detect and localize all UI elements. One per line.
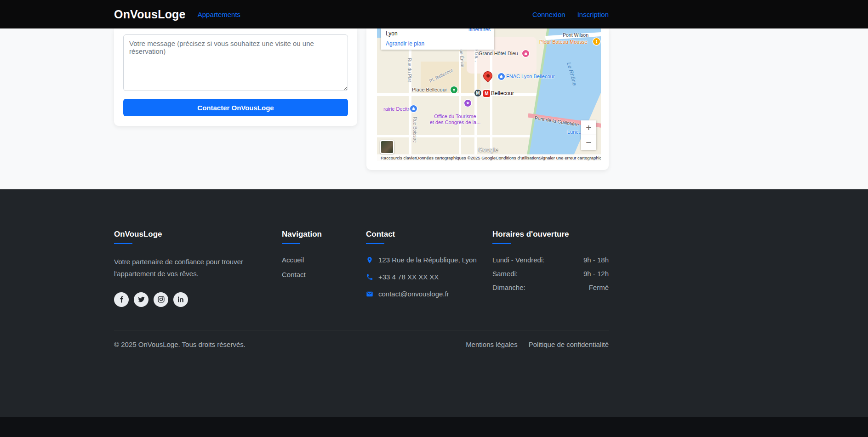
hours-label: Lundi - Vendredi: [492,256,544,264]
map-satellite-thumbnail[interactable] [380,140,394,154]
footer-copyright: © 2025 OnVousLoge. Tous droits réservés. [114,341,246,348]
footer-underline [366,243,384,244]
metro-m-red-icon[interactable]: M [483,90,490,97]
lock-icon[interactable] [410,105,417,112]
footer-hours-title: Horaires d'ouverture [492,230,609,239]
map-label-office-line2: et des Congrès de la... [418,119,492,125]
map-card: Rue du Plat Rue Boissac Pl. Bellecour Ru… [366,28,609,170]
map-info-card: Lyon Agrandir le plan Itinéraires [381,28,494,50]
footer-link-mentions-legales[interactable]: Mentions légales [466,341,518,348]
footer-brand-column: OnVousLoge Votre partenaire de confiance… [114,230,282,307]
footer-link-contact[interactable]: Contact [282,271,366,278]
map-label-office-line1: Office du Tourisme [418,114,492,119]
social-twitter-button[interactable] [134,292,148,307]
hours-value: Fermé [589,284,609,291]
map-label-bellecour-station[interactable]: Bellecour [491,90,514,96]
footer-underline [492,243,511,244]
navbar: OnVousLoge Appartements Connexion Inscri… [0,0,868,28]
footer-phone: +33 4 78 XX XX XX [378,273,439,281]
keyboard-shortcuts-link[interactable]: Raccourcis clavier [381,155,416,160]
social-linkedin-button[interactable] [173,292,188,307]
star-icon: ★ [466,101,469,105]
footer-address-row: 123 Rue de la République, Lyon [366,256,492,264]
message-textarea[interactable] [123,34,348,91]
hours-label: Dimanche: [492,284,525,291]
map-label-fnac[interactable]: FNAC Lyon Bellecour [506,74,554,79]
map-zoom-control: + − [581,120,596,150]
hours-row: Lundi - Vendredi: 9h - 18h [492,256,609,264]
navbar-brand[interactable]: OnVousLoge [114,8,186,21]
footer-underline [114,243,132,244]
linkedin-icon [177,295,185,303]
report-error-link[interactable]: Signaler une erreur cartographique [539,155,601,160]
twitter-icon [137,295,145,303]
footer-email: contact@onvousloge.fr [378,290,449,298]
map-label-pont-wilson: Pont Wilson [563,32,588,38]
instagram-icon [157,295,165,303]
footer-navigation-title: Navigation [282,230,366,239]
phone-icon [366,273,373,281]
hours-label: Samedi: [492,270,518,278]
zoom-in-button[interactable]: + [581,120,596,135]
footer-address: 123 Rue de la République, Lyon [378,256,477,264]
footer-navigation-column: Navigation Accueil Contact [282,230,366,307]
map-label-office-tourisme[interactable]: Office du Tourisme et des Congrès de la.… [418,114,492,125]
content-container: Contacter OnVousLoge Rue du Plat [114,28,609,189]
metro-m-icon[interactable]: M [474,90,481,96]
footer-description: Votre partenaire de confiance pour trouv… [114,256,273,280]
map-marker-dot [485,74,490,78]
map-data-text: Données cartographiques ©2025 Google [416,155,496,160]
google-logo: Google [478,146,498,153]
main-content: Contacter OnVousLoge Rue du Plat [0,28,868,189]
map-label-grand-hotel-dieu[interactable]: Grand Hôtel-Dieu [479,51,518,56]
nav-link-appartements[interactable]: Appartements [198,11,240,18]
nav-link-inscription[interactable]: Inscription [577,11,609,18]
hours-value: 9h - 12h [583,270,609,278]
hours-row: Samedi: 9h - 12h [492,270,609,278]
map-attribution-bar: Raccourcis clavier Données cartographiqu… [377,154,601,161]
zoom-out-button[interactable]: − [581,135,596,150]
map-street-rue-du-plat: Rue du Plat [407,58,412,82]
hours-row: Dimanche: Fermé [492,284,609,291]
nav-link-connexion[interactable]: Connexion [532,11,565,18]
map-label-plouf-bateau-mousse[interactable]: Plouf Bateau Mousse [539,39,588,45]
terms-link[interactable]: Conditions d'utilisation [496,155,539,160]
facebook-icon [118,295,126,303]
bottom-strip [0,417,868,437]
footer-link-politique-confidentialite[interactable]: Politique de confidentialité [529,341,609,348]
footer-phone-row: +33 4 78 XX XX XX [366,273,492,281]
google-map[interactable]: Rue du Plat Rue Boissac Pl. Bellecour Ru… [377,28,601,161]
person-icon[interactable] [593,38,600,45]
map-label-librairie-decitre[interactable]: rairie Decitre [383,106,412,112]
directions-link[interactable]: Itinéraires [468,28,491,32]
attraction-icon[interactable]: ★ [464,100,471,107]
hours-value: 9h - 18h [583,256,609,264]
footer-brand-title: OnVousLoge [114,230,282,239]
footer-contact-column: Contact 123 Rue de la République, Lyon +… [366,230,492,307]
lock-icon[interactable] [498,73,505,80]
footer-underline [282,243,300,244]
footer-link-accueil[interactable]: Accueil [282,256,366,264]
map-label-place-bellecour[interactable]: Place Bellecour [412,87,447,92]
map-road [377,93,552,96]
footer-inner: OnVousLoge Votre partenaire de confiance… [114,189,609,348]
map-label-lune[interactable]: Lune... [567,129,583,135]
park-icon[interactable] [451,86,457,93]
footer-legal-links: Mentions légales Politique de confidenti… [466,341,609,348]
footer-contact-title: Contact [366,230,492,239]
map-info-city: Lyon [386,30,398,37]
footer: OnVousLoge Votre partenaire de confiance… [0,189,868,417]
contact-form-card: Contacter OnVousLoge [114,28,357,126]
shopping-icon[interactable] [522,50,529,57]
contact-submit-button[interactable]: Contacter OnVousLoge [123,99,348,116]
footer-hours-column: Horaires d'ouverture Lundi - Vendredi: 9… [492,230,609,307]
navbar-inner: OnVousLoge Appartements Connexion Inscri… [114,8,609,21]
social-instagram-button[interactable] [154,292,168,307]
enlarge-plan-link[interactable]: Agrandir le plan [386,40,424,47]
location-pin-icon [366,256,373,264]
navbar-right: Connexion Inscription [532,11,609,18]
social-links [114,292,282,307]
envelope-icon [366,290,373,298]
map-road [377,135,539,137]
social-facebook-button[interactable] [114,292,129,307]
